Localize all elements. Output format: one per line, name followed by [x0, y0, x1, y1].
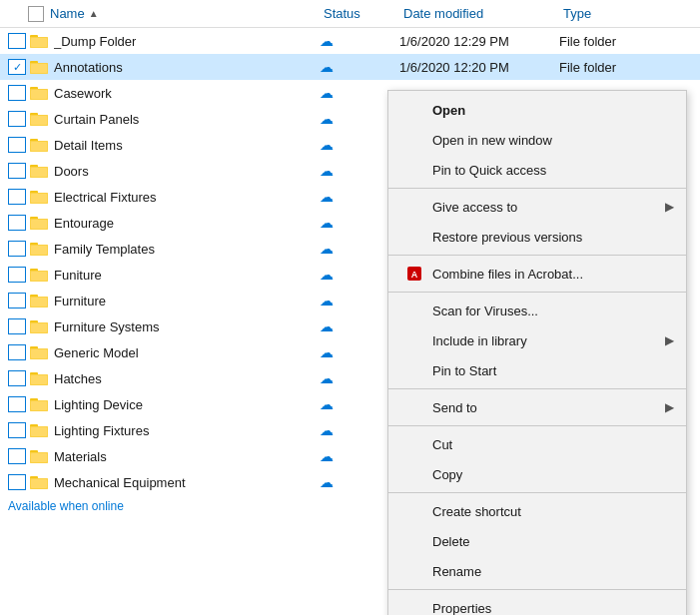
svg-rect-35 — [31, 246, 47, 255]
acrobat-icon: A — [404, 264, 424, 284]
folder-icon — [30, 474, 48, 490]
col-date-label: Date modified — [403, 6, 483, 21]
svg-rect-51 — [31, 349, 47, 358]
row-checkbox[interactable] — [8, 241, 26, 257]
col-header-name[interactable]: Name ▲ — [0, 6, 320, 22]
ctx-item-open-new-window[interactable]: Open in new window — [388, 125, 686, 155]
folder-icon — [30, 59, 48, 75]
row-checkbox[interactable] — [8, 189, 26, 205]
row-checkbox[interactable] — [8, 344, 26, 360]
table-row[interactable]: Annotations ☁ 1/6/2020 12:20 PM File fol… — [0, 54, 700, 80]
row-checkbox[interactable] — [8, 59, 26, 75]
file-name-text: Lighting Device — [54, 397, 143, 412]
row-checkbox[interactable] — [8, 215, 26, 231]
svg-rect-31 — [31, 220, 47, 229]
file-name-cell: Doors — [0, 163, 320, 179]
file-name-text: Hatches — [54, 371, 102, 386]
ctx-item-open[interactable]: Open — [388, 95, 686, 125]
col-header-date[interactable]: Date modified — [399, 6, 559, 21]
svg-rect-39 — [31, 272, 47, 281]
ctx-icon-placeholder — [404, 598, 424, 615]
ctx-item-restore-versions[interactable]: Restore previous versions — [388, 222, 686, 252]
svg-rect-59 — [31, 401, 47, 410]
ctx-item-create-shortcut[interactable]: Create shortcut — [388, 496, 686, 526]
ctx-item-pin-start[interactable]: Pin to Start — [388, 355, 686, 385]
ctx-icon-placeholder — [404, 434, 424, 454]
row-checkbox[interactable] — [8, 33, 26, 49]
file-name-text: Casework — [54, 86, 112, 101]
ctx-icon-placeholder — [404, 464, 424, 484]
row-checkbox[interactable] — [8, 293, 26, 308]
ctx-icon-placeholder — [404, 130, 424, 150]
row-checkbox[interactable] — [8, 474, 26, 490]
ctx-icon-placeholder — [404, 531, 424, 551]
row-checkbox[interactable] — [8, 422, 26, 438]
ctx-item-send-to[interactable]: Send to ▶ — [388, 392, 686, 422]
folder-icon — [30, 448, 48, 464]
svg-rect-23 — [31, 168, 47, 177]
col-header-status[interactable]: Status — [320, 6, 399, 21]
ctx-item-pin-quick-access[interactable]: Pin to Quick access — [388, 155, 686, 185]
ctx-item-cut[interactable]: Cut — [388, 429, 686, 459]
row-checkbox[interactable] — [8, 85, 26, 101]
ctx-item-combine-acrobat[interactable]: A Combine files in Acrobat... — [388, 259, 686, 289]
row-checkbox[interactable] — [8, 370, 26, 386]
file-name-cell: Materials — [0, 448, 320, 464]
file-name-text: Mechanical Equipment — [54, 475, 186, 490]
ctx-label-properties: Properties — [432, 601, 670, 616]
ctx-icon-placeholder — [404, 397, 424, 417]
column-headers: Name ▲ Status Date modified Type — [0, 0, 700, 28]
file-name-cell: _Dump Folder — [0, 33, 320, 49]
ctx-item-rename[interactable]: Rename — [388, 556, 686, 586]
row-checkbox[interactable] — [8, 267, 26, 283]
file-name-text: Curtain Panels — [54, 112, 139, 127]
ctx-item-copy[interactable]: Copy — [388, 459, 686, 489]
file-name-text: Generic Model — [54, 345, 139, 360]
row-checkbox[interactable] — [8, 448, 26, 464]
ctx-item-scan-viruses[interactable]: Scan for Viruses... — [388, 296, 686, 325]
col-header-type[interactable]: Type — [559, 6, 679, 21]
svg-rect-11 — [31, 90, 47, 99]
ctx-label-combine-acrobat: Combine files in Acrobat... — [432, 267, 670, 282]
row-checkbox[interactable] — [8, 396, 26, 412]
folder-icon — [30, 396, 48, 412]
ctx-label-give-access: Give access to — [432, 200, 670, 215]
row-checkbox[interactable] — [8, 318, 26, 334]
file-date-cell: 1/6/2020 12:20 PM — [399, 60, 559, 75]
file-name-cell: Annotations — [0, 59, 320, 75]
row-checkbox[interactable] — [8, 137, 26, 153]
ctx-separator — [388, 255, 686, 256]
folder-icon — [30, 370, 48, 386]
ctx-item-delete[interactable]: Delete — [388, 526, 686, 556]
svg-text:A: A — [411, 270, 418, 280]
file-explorer: Name ▲ Status Date modified Type _Dump F… — [0, 0, 700, 615]
svg-rect-55 — [31, 375, 47, 384]
ctx-separator — [388, 292, 686, 293]
file-name-text: Entourage — [54, 216, 114, 231]
ctx-label-scan-viruses: Scan for Viruses... — [432, 304, 670, 318]
row-checkbox[interactable] — [8, 111, 26, 127]
header-checkbox[interactable] — [28, 6, 44, 22]
ctx-label-rename: Rename — [432, 564, 670, 579]
table-row[interactable]: _Dump Folder ☁ 1/6/2020 12:29 PM File fo… — [0, 28, 700, 54]
ctx-icon-placeholder — [404, 197, 424, 217]
ctx-label-copy: Copy — [432, 467, 670, 482]
file-name-cell: Detail Items — [0, 137, 320, 153]
ctx-icon-placeholder — [404, 360, 424, 380]
file-type-cell: File folder — [559, 60, 679, 75]
ctx-item-properties[interactable]: Properties — [388, 593, 686, 615]
file-name-text: Family Templates — [54, 242, 155, 257]
context-menu: Open Open in new window Pin to Quick acc… — [387, 90, 687, 615]
ctx-label-restore-versions: Restore previous versions — [432, 230, 670, 245]
ctx-item-include-library[interactable]: Include in library ▶ — [388, 325, 686, 355]
folder-icon — [30, 33, 48, 49]
svg-rect-27 — [31, 194, 47, 203]
ctx-separator — [388, 388, 686, 389]
folder-icon — [30, 111, 48, 127]
file-name-cell: Hatches — [0, 370, 320, 386]
row-checkbox[interactable] — [8, 163, 26, 179]
ctx-icon-placeholder — [404, 227, 424, 247]
svg-rect-71 — [31, 479, 47, 488]
col-type-label: Type — [563, 6, 591, 21]
ctx-item-give-access[interactable]: Give access to ▶ — [388, 192, 686, 222]
